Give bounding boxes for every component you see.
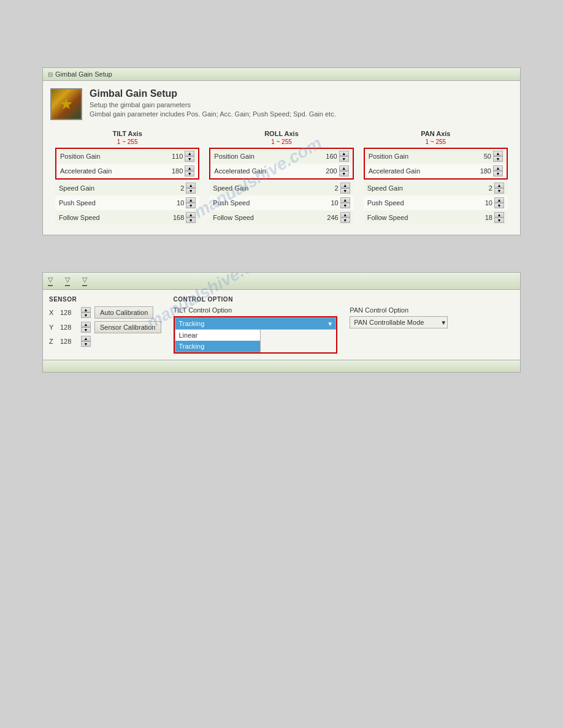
pan-control-label: PAN Control Option [350, 306, 514, 314]
pan-push-speed-down[interactable]: ▼ [494, 203, 504, 208]
sensor-x-spinner[interactable]: ▲ ▼ [81, 307, 91, 318]
pan-accel-gain-up[interactable]: ▲ [493, 165, 503, 171]
tilt-option-linear[interactable]: Linear [175, 330, 260, 341]
tilt-follow-speed-label: Follow Speed [59, 214, 167, 221]
pan-push-speed-up[interactable]: ▲ [494, 197, 504, 203]
pan-speed-gain-down[interactable]: ▼ [494, 188, 504, 194]
pan-axis-range: 1 ~ 255 [364, 138, 508, 145]
pan-accel-gain-down[interactable]: ▼ [493, 171, 503, 176]
panel2-body: SENSOR X 128 ▲ ▼ Auto Calibration Y 128 … [43, 290, 520, 360]
tilt-position-gain-up[interactable]: ▲ [185, 151, 194, 156]
tilt-speed-gain-up[interactable]: ▲ [186, 183, 196, 188]
panel1-title-row: Gimbal Gain Setup Setup the gimbal gain … [50, 88, 513, 120]
pan-dropdown-select[interactable]: PAN Controllable Mode [350, 316, 448, 328]
tilt-push-speed-up[interactable]: ▲ [186, 197, 196, 203]
collapse-icon[interactable]: ⊟ [48, 71, 53, 78]
roll-position-gain-label: Position Gain [214, 153, 320, 160]
panel1-header: ⊟ Gimbal Gain Setup [43, 68, 520, 81]
sensor-y-spinner[interactable]: ▲ ▼ [81, 322, 91, 333]
pan-position-gain-down[interactable]: ▼ [493, 156, 503, 162]
tilt-selected-value: Tracking [179, 320, 205, 327]
tilt-accel-gain-spinner[interactable]: ▲ ▼ [185, 165, 194, 176]
tilt-push-speed-down[interactable]: ▼ [186, 203, 196, 208]
pan-push-speed-value: 10 [475, 199, 492, 207]
roll-position-gain-spinner[interactable]: ▲ ▼ [339, 151, 349, 162]
tilt-push-speed-label: Push Speed [59, 199, 167, 207]
roll-push-speed-value: 10 [321, 199, 339, 207]
pan-follow-speed-down[interactable]: ▼ [494, 218, 504, 223]
auto-calibration-btn[interactable]: Auto Calibration [94, 306, 153, 319]
roll-position-gain-down[interactable]: ▼ [339, 156, 349, 162]
pan-push-speed-spinner[interactable]: ▲ ▼ [494, 197, 504, 208]
sensor-calibration-btn[interactable]: Sensor Calibration [94, 321, 161, 333]
tab2[interactable]: ▽ [65, 276, 70, 286]
roll-follow-speed-up[interactable]: ▲ [340, 212, 350, 218]
tab3[interactable]: ▽ [82, 276, 87, 286]
tilt-follow-speed-value: 168 [167, 214, 184, 221]
roll-position-gain-row: Position Gain 160 ▲ ▼ [210, 149, 352, 164]
pan-follow-speed-label: Follow Speed [367, 214, 475, 221]
sensor-y-label: Y [49, 324, 56, 331]
tilt-option-tracking[interactable]: Tracking [175, 341, 260, 352]
roll-speed-gain-label: Speed Gain [213, 184, 321, 192]
pan-follow-speed-up[interactable]: ▲ [494, 212, 504, 218]
sensor-y-up[interactable]: ▲ [81, 322, 91, 327]
tilt-follow-speed-spinner[interactable]: ▲ ▼ [186, 212, 196, 223]
roll-position-gain-up[interactable]: ▲ [339, 151, 349, 156]
tilt-speed-gain-down[interactable]: ▼ [186, 188, 196, 194]
tilt-speed-gain-spinner[interactable]: ▲ ▼ [186, 183, 196, 194]
sensor-x-up[interactable]: ▲ [81, 307, 91, 313]
sensor-y-row: Y 128 ▲ ▼ Sensor Calibration [49, 321, 161, 333]
roll-follow-speed-row: Follow Speed 246 ▲ ▼ [209, 210, 353, 225]
tilt-push-speed-spinner[interactable]: ▲ ▼ [186, 197, 196, 208]
sensor-z-up[interactable]: ▲ [81, 336, 91, 341]
tilt-dropdown-selected[interactable]: Tracking ▼ [175, 317, 337, 330]
panel1-content: Gimbal Gain Setup Setup the gimbal gain … [43, 81, 520, 235]
roll-accel-gain-row: Accelerated Gain 200 ▲ ▼ [210, 164, 352, 178]
sensor-x-down[interactable]: ▼ [81, 313, 91, 318]
tilt-position-gain-down[interactable]: ▼ [185, 156, 194, 162]
pan-follow-speed-row: Follow Speed 18 ▲ ▼ [364, 210, 508, 225]
sensor-title: SENSOR [49, 296, 161, 303]
roll-speed-gain-group: 2 ▲ ▼ [321, 183, 350, 194]
roll-push-speed-down[interactable]: ▼ [340, 203, 350, 208]
roll-follow-speed-group: 246 ▲ ▼ [321, 212, 350, 223]
tilt-accel-gain-down[interactable]: ▼ [185, 171, 194, 176]
roll-push-speed-spinner[interactable]: ▲ ▼ [340, 197, 350, 208]
pan-position-gain-up[interactable]: ▲ [493, 151, 503, 156]
pan-highlighted-rows: Position Gain 50 ▲ ▼ Accelerated Gain [364, 148, 508, 180]
pan-speed-gain-spinner[interactable]: ▲ ▼ [494, 183, 504, 194]
sensor-z-spinner[interactable]: ▲ ▼ [81, 336, 91, 347]
pan-speed-gain-up[interactable]: ▲ [494, 183, 504, 188]
sensor-z-down[interactable]: ▼ [81, 341, 91, 347]
roll-follow-speed-spinner[interactable]: ▲ ▼ [340, 212, 350, 223]
roll-follow-speed-down[interactable]: ▼ [340, 218, 350, 223]
roll-follow-speed-value: 246 [321, 214, 339, 221]
roll-speed-gain-down[interactable]: ▼ [340, 188, 350, 194]
tilt-follow-speed-up[interactable]: ▲ [186, 212, 196, 218]
tab1[interactable]: ▽ [48, 276, 53, 286]
sensor-y-down[interactable]: ▼ [81, 327, 91, 333]
tilt-position-gain-spinner[interactable]: ▲ ▼ [185, 151, 194, 162]
pan-follow-speed-spinner[interactable]: ▲ ▼ [494, 212, 504, 223]
roll-accel-gain-spinner[interactable]: ▲ ▼ [339, 165, 349, 176]
pan-speed-gain-value: 2 [475, 184, 492, 192]
roll-speed-gain-spinner[interactable]: ▲ ▼ [340, 183, 350, 194]
roll-plain-rows: Speed Gain 2 ▲ ▼ Push Speed [209, 181, 353, 225]
pan-position-gain-spinner[interactable]: ▲ ▼ [493, 151, 503, 162]
roll-accel-gain-down[interactable]: ▼ [339, 171, 349, 176]
panel1-wrapper: ⊟ Gimbal Gain Setup Gimbal Gain Setup Se… [42, 49, 521, 254]
roll-accel-gain-value: 200 [320, 167, 337, 175]
control-options-body: TILT Control Option Tracking ▼ Linear Tr… [174, 306, 515, 354]
gimbal-icon [50, 88, 82, 120]
roll-push-speed-up[interactable]: ▲ [340, 197, 350, 203]
pan-plain-rows: Speed Gain 2 ▲ ▼ Push Speed [364, 181, 508, 225]
pan-accel-gain-spinner[interactable]: ▲ ▼ [493, 165, 503, 176]
tilt-follow-speed-down[interactable]: ▼ [186, 218, 196, 223]
tilt-accel-gain-up[interactable]: ▲ [185, 165, 194, 171]
tilt-dropdown-arrow: ▼ [327, 320, 333, 327]
panel1-title: Gimbal Gain Setup [90, 88, 336, 99]
tilt-speed-gain-row: Speed Gain 2 ▲ ▼ [55, 181, 199, 195]
roll-speed-gain-up[interactable]: ▲ [340, 183, 350, 188]
roll-accel-gain-up[interactable]: ▲ [339, 165, 349, 171]
